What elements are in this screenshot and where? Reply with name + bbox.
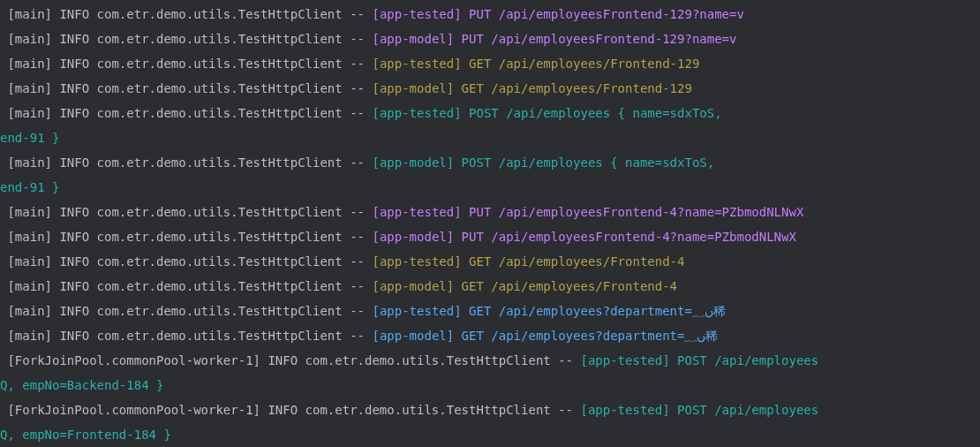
log-prefix: [main] INFO com.etr.demo.utils.TestHttpC… <box>0 57 372 71</box>
log-prefix: [main] INFO com.etr.demo.utils.TestHttpC… <box>0 230 372 244</box>
log-prefix: [ForkJoinPool.commonPool-worker-1] INFO … <box>0 353 580 367</box>
log-message: [app-tested] POST /api/employees { name=… <box>372 106 729 120</box>
log-message: [app-tested] POST /api/employees <box>580 353 825 367</box>
log-message-continuation: end-91 } <box>0 180 59 194</box>
log-message-continuation: Q, empNo=Backend-184 } <box>0 378 163 392</box>
log-message-continuation: Q, empNo=Frontend-184 } <box>0 428 171 442</box>
log-prefix: [main] INFO com.etr.demo.utils.TestHttpC… <box>0 329 372 343</box>
log-message: [app-tested] GET /api/employees/Frontend… <box>372 57 699 71</box>
log-message: [app-model] PUT /api/employeesFrontend-4… <box>372 230 795 244</box>
log-message: [app-tested] GET /api/employees?departme… <box>372 304 725 318</box>
log-prefix: [main] INFO com.etr.demo.utils.TestHttpC… <box>0 106 372 120</box>
log-message: [app-tested] PUT /api/employeesFrontend-… <box>372 7 743 21</box>
log-prefix: [ForkJoinPool.commonPool-worker-1] INFO … <box>0 403 580 417</box>
log-message: [app-model] POST /api/employees { name=s… <box>372 155 721 170</box>
log-prefix: [main] INFO com.etr.demo.utils.TestHttpC… <box>0 304 372 318</box>
log-message: [app-model] GET /api/employees/Frontend-… <box>372 279 677 293</box>
log-prefix: [main] INFO com.etr.demo.utils.TestHttpC… <box>0 155 372 170</box>
console-log-output[interactable]: [main] INFO com.etr.demo.utils.TestHttpC… <box>0 0 980 447</box>
log-message: [app-tested] POST /api/employees <box>580 403 825 417</box>
log-message: [app-model] GET /api/employees?departmen… <box>372 329 718 343</box>
log-message-continuation: end-91 } <box>0 131 59 145</box>
log-prefix: [main] INFO com.etr.demo.utils.TestHttpC… <box>0 254 372 269</box>
log-prefix: [main] INFO com.etr.demo.utils.TestHttpC… <box>0 81 372 95</box>
log-prefix: [main] INFO com.etr.demo.utils.TestHttpC… <box>0 279 372 293</box>
log-prefix: [main] INFO com.etr.demo.utils.TestHttpC… <box>0 205 372 219</box>
log-prefix: [main] INFO com.etr.demo.utils.TestHttpC… <box>0 32 372 46</box>
log-message: [app-tested] PUT /api/employeesFrontend-… <box>372 205 803 219</box>
log-message: [app-tested] GET /api/employees/Frontend… <box>372 254 684 269</box>
log-prefix: [main] INFO com.etr.demo.utils.TestHttpC… <box>0 7 372 21</box>
log-message: [app-model] GET /api/employees/Frontend-… <box>372 81 691 95</box>
log-message: [app-model] PUT /api/employeesFrontend-1… <box>372 32 736 46</box>
